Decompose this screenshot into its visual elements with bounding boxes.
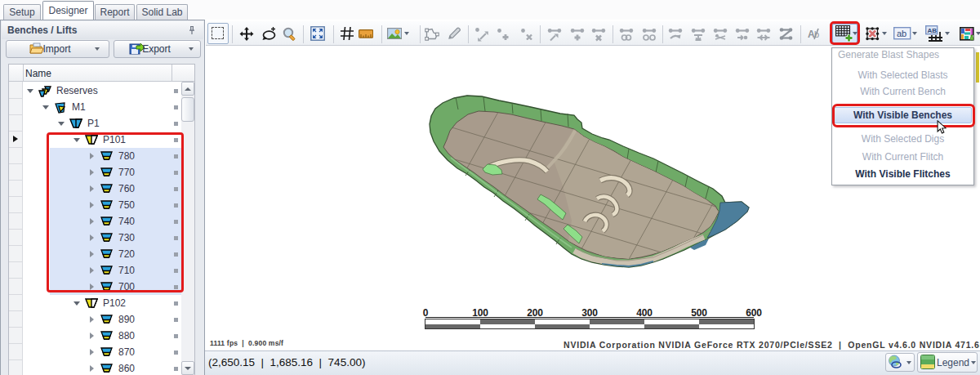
svg-text:AB: AB — [927, 27, 937, 34]
svg-text:ab: ab — [897, 29, 906, 38]
